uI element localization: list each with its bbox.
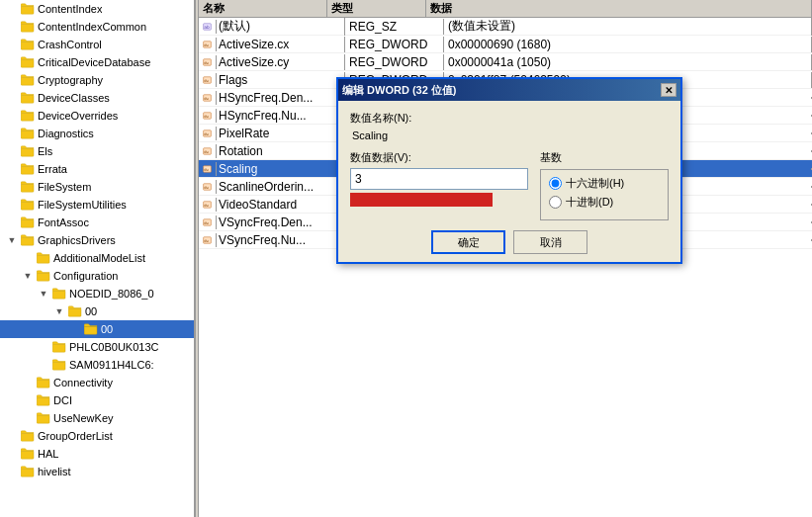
radio-dec-input[interactable] [549, 196, 562, 209]
radio-hex-label: 十六进制(H) [566, 176, 624, 191]
field-name-label: 数值名称(N): [350, 111, 669, 126]
redacted-bar [350, 193, 493, 207]
base-label: 基数 [540, 150, 669, 165]
dialog-overlay: 编辑 DWORD (32 位值) ✕ 数值名称(N): Scaling 数值数据… [0, 0, 812, 517]
main-window: ContentIndex ContentIndexCommon CrashCon… [0, 0, 812, 517]
dialog-left-section: 数值数据(V): [350, 150, 528, 207]
dialog-close-button[interactable]: ✕ [661, 83, 677, 97]
radio-hex-input[interactable] [549, 177, 562, 190]
ok-button[interactable]: 确定 [431, 230, 505, 254]
dialog-right-section: 基数 十六进制(H) 十进制(D) [540, 150, 669, 220]
dialog-titlebar: 编辑 DWORD (32 位值) ✕ [338, 79, 680, 101]
dialog-title: 编辑 DWORD (32 位值) [342, 83, 661, 98]
cancel-button[interactable]: 取消 [513, 230, 587, 254]
radio-hex-item[interactable]: 十六进制(H) [549, 176, 660, 191]
field-data-label: 数值数据(V): [350, 150, 528, 165]
field-data-input[interactable] [350, 168, 528, 190]
base-group: 十六进制(H) 十进制(D) [540, 169, 669, 220]
radio-dec-label: 十进制(D) [566, 195, 613, 210]
dialog-buttons: 确定 取消 [350, 230, 669, 254]
dialog-content-row: 数值数据(V): 基数 十六进制(H) [350, 150, 669, 220]
radio-dec-item[interactable]: 十进制(D) [549, 195, 660, 210]
field-name-value: Scaling [350, 129, 669, 142]
edit-dword-dialog: 编辑 DWORD (32 位值) ✕ 数值名称(N): Scaling 数值数据… [336, 77, 682, 264]
dialog-body: 数值名称(N): Scaling 数值数据(V): 基数 [338, 101, 680, 262]
